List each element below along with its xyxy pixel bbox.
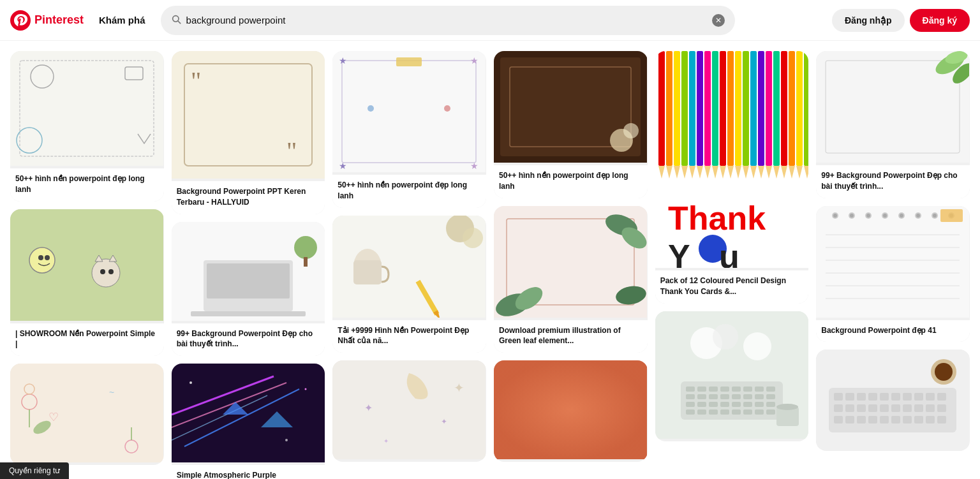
svg-rect-90: [674, 51, 680, 166]
svg-rect-158: [755, 409, 764, 415]
svg-rect-137: [697, 394, 706, 399]
svg-rect-149: [743, 402, 752, 407]
pin-card[interactable]: 99+ Background Powerpoint Đẹp cho bài th…: [172, 222, 325, 357]
svg-rect-124: [804, 51, 808, 166]
explore-nav[interactable]: Khám phá: [91, 10, 153, 31]
svg-rect-46: [332, 51, 486, 172]
svg-rect-224: [926, 416, 935, 424]
svg-rect-86: [658, 51, 665, 166]
svg-text:Y: Y: [668, 238, 690, 268]
login-button[interactable]: Đăng nhập: [832, 9, 905, 32]
svg-rect-196: [834, 393, 843, 401]
pin-card[interactable]: Simple Atmospheric Purple Background: [172, 364, 325, 479]
pin-card[interactable]: 50++ hình nền powerpoint đẹp long lanh: [10, 51, 164, 202]
pin-card[interactable]: ♡ ~: [10, 364, 164, 465]
pin-card[interactable]: [494, 360, 648, 462]
pin-label: Download premium illustration of Green l…: [494, 320, 648, 353]
pin-card[interactable]: | SHOWROOM Nền Powerpoint Simple |: [10, 209, 164, 357]
svg-rect-211: [891, 404, 900, 412]
svg-rect-153: [697, 409, 706, 415]
svg-rect-204: [926, 393, 935, 401]
svg-rect-145: [697, 402, 706, 407]
pin-label: 99+ Background Powerpoint Đẹp cho bài th…: [816, 165, 970, 198]
svg-rect-102: [720, 51, 726, 166]
svg-rect-141: [743, 394, 752, 399]
svg-rect-147: [720, 402, 729, 407]
pin-card[interactable]: 99+ Background Powerpoint Đẹp cho bài th…: [816, 51, 970, 198]
svg-point-162: [743, 332, 771, 360]
logo[interactable]: Pinterest: [10, 10, 84, 31]
svg-rect-159: [766, 409, 775, 415]
svg-rect-33: [191, 311, 306, 316]
svg-rect-110: [750, 51, 757, 166]
svg-rect-144: [686, 402, 695, 407]
search-icon: [171, 14, 181, 27]
svg-rect-150: [755, 402, 764, 407]
svg-rect-146: [709, 402, 718, 407]
svg-rect-199: [868, 393, 877, 401]
svg-rect-209: [868, 404, 877, 412]
svg-rect-225: [937, 416, 946, 424]
svg-rect-59: [353, 260, 382, 284]
svg-point-15: [100, 269, 105, 274]
svg-rect-132: [732, 387, 741, 392]
svg-rect-170: [816, 206, 969, 318]
svg-rect-128: [686, 387, 695, 392]
pin-card[interactable]: Tải +9999 Hình Nền Powerpoint Đẹp Nhất c…: [332, 216, 486, 353]
svg-point-164: [776, 404, 798, 410]
svg-rect-136: [686, 394, 695, 399]
pin-card[interactable]: Download premium illustration of Green l…: [494, 206, 648, 353]
svg-rect-32: [207, 263, 290, 298]
svg-rect-112: [758, 51, 764, 166]
pin-card[interactable]: [816, 350, 970, 451]
svg-rect-135: [766, 387, 775, 392]
svg-point-16: [108, 269, 114, 274]
pin-label: 50++ hình nền powerpoint đẹp long lanh: [494, 165, 648, 198]
pin-card[interactable]: 50++ hình nền powerpoint đẹp long lanh: [494, 51, 648, 198]
svg-rect-151: [766, 402, 775, 407]
clear-search-icon[interactable]: ✕: [712, 14, 725, 27]
signup-button[interactable]: Đăng ký: [910, 9, 970, 32]
pin-card[interactable]: " " Background Powerpoint PPT Keren Terb…: [172, 51, 325, 214]
svg-rect-114: [766, 51, 772, 166]
svg-rect-120: [789, 51, 795, 166]
pin-label: 50++ hình nền powerpoint đẹp long lanh: [10, 168, 164, 202]
svg-text:✦: ✦: [454, 381, 464, 395]
svg-rect-108: [743, 51, 749, 166]
svg-rect-130: [709, 387, 718, 392]
svg-text:Thank: Thank: [668, 200, 766, 237]
pin-card[interactable]: ★ ★ ★ ★ 50++ hình nền powerpoint đẹp lon…: [332, 51, 486, 208]
svg-rect-206: [834, 404, 843, 412]
svg-point-10: [38, 255, 43, 260]
svg-rect-92: [681, 51, 688, 166]
svg-rect-17: [10, 364, 163, 462]
svg-rect-48: [396, 57, 422, 66]
svg-rect-198: [857, 393, 866, 401]
privacy-bar: Quyền riêng tư: [0, 462, 69, 479]
svg-rect-88: [666, 51, 672, 166]
pin-card[interactable]: ✦ ✦ ✦ ✦: [332, 360, 486, 462]
svg-text:★: ★: [470, 55, 479, 66]
pin-label: Tải +9999 Hình Nền Powerpoint Đẹp Nhất c…: [332, 320, 486, 353]
svg-rect-104: [727, 51, 734, 166]
search-input[interactable]: [186, 15, 712, 26]
svg-text:★: ★: [470, 161, 479, 171]
svg-point-183: [900, 214, 903, 217]
svg-rect-134: [755, 387, 764, 392]
pin-label: 99+ Background Powerpoint Đẹp cho bài th…: [172, 323, 325, 357]
pinterest-logo-icon: [10, 10, 31, 31]
svg-rect-222: [903, 416, 912, 424]
svg-point-182: [883, 214, 887, 217]
main-content: 50++ hình nền powerpoint đẹp long lanh |…: [0, 0, 980, 479]
svg-point-0: [10, 10, 31, 31]
svg-rect-143: [766, 394, 775, 399]
svg-text:✦: ✦: [383, 438, 389, 445]
svg-text:★: ★: [339, 55, 347, 66]
pin-card[interactable]: [655, 311, 809, 441]
svg-rect-157: [743, 409, 752, 415]
pin-card[interactable]: Thank Y u: [655, 51, 809, 304]
pin-label: Background Powerpoint PPT Keren Terbaru …: [172, 181, 325, 214]
svg-rect-96: [697, 51, 703, 166]
svg-rect-98: [704, 51, 711, 166]
pin-card[interactable]: Background Powerpoint đẹp 41: [816, 206, 970, 343]
